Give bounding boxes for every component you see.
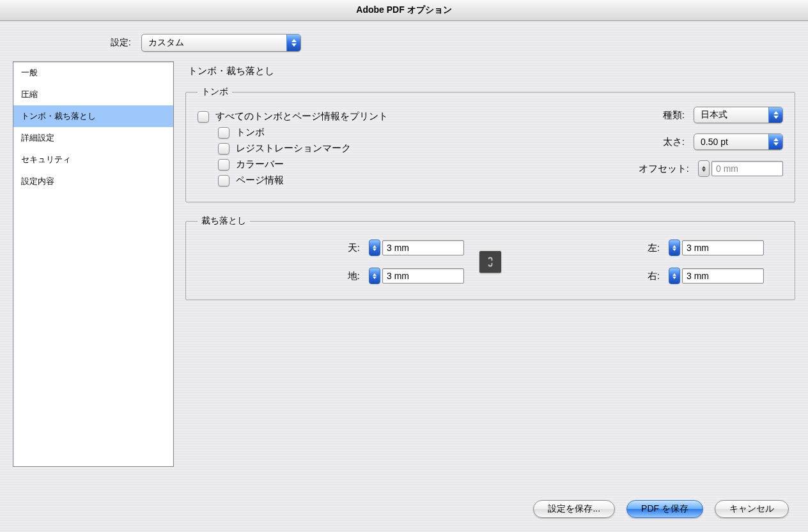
section-title: トンボ・裁ち落とし: [185, 65, 795, 77]
bleed-right-input[interactable]: [669, 268, 764, 284]
settings-preset-value: カスタム: [142, 37, 286, 49]
link-bleed-icon[interactable]: [479, 251, 501, 273]
bleed-left-label: 左:: [648, 242, 660, 254]
stepper-icon[interactable]: [369, 239, 380, 256]
color-bars-checkbox[interactable]: [218, 159, 229, 171]
bleed-top-field[interactable]: [382, 240, 464, 255]
settings-label: 設定:: [0, 37, 131, 49]
bleed-legend: 裁ち落とし: [198, 215, 250, 227]
stepper-icon[interactable]: [369, 268, 380, 284]
mark-kind-label: 種類:: [663, 109, 685, 121]
category-sidebar: 一般 圧縮 トンボ・裁ち落とし 詳細設定 セキュリティ 設定内容: [13, 61, 174, 467]
print-all-marks-checkbox[interactable]: [198, 111, 209, 123]
trim-marks-options: 種類: 日本式 太さ: 0.50 pt オフセット:: [639, 107, 783, 177]
bleed-right-field[interactable]: [682, 268, 764, 284]
bleed-left-field[interactable]: [682, 240, 764, 255]
bleed-right-label: 右:: [648, 270, 660, 282]
bleed-fieldset: 裁ち落とし 天: 左:: [185, 215, 795, 300]
dropdown-arrows-icon: [768, 107, 782, 123]
stepper-icon[interactable]: [669, 239, 680, 256]
page-info-checkbox[interactable]: [218, 175, 229, 186]
sidebar-item-marks-bleed[interactable]: トンボ・裁ち落とし: [13, 105, 173, 127]
stepper-icon[interactable]: [669, 268, 680, 284]
bleed-bottom-field[interactable]: [382, 268, 464, 284]
bleed-top-label: 天:: [348, 242, 360, 254]
trim-marks-legend: トンボ: [198, 86, 232, 98]
dropdown-arrows-icon: [286, 34, 300, 51]
bleed-top-input[interactable]: [369, 239, 464, 256]
sidebar-item-advanced[interactable]: 詳細設定: [13, 127, 173, 149]
mark-kind-select[interactable]: 日本式: [694, 107, 783, 123]
mark-offset-field[interactable]: [711, 161, 783, 176]
page-info-label: ページ情報: [236, 174, 284, 186]
bleed-bottom-label: 地:: [348, 270, 360, 282]
save-settings-button[interactable]: 設定を保存...: [533, 500, 615, 518]
bleed-left-input[interactable]: [669, 239, 764, 256]
mark-offset-input[interactable]: [698, 160, 783, 177]
mark-kind-value: 日本式: [694, 109, 768, 121]
color-bars-label: カラーバー: [236, 158, 284, 171]
save-pdf-button[interactable]: PDF を保存: [626, 500, 703, 518]
registration-marks-checkbox[interactable]: [218, 143, 229, 155]
window-titlebar: Adobe PDF オプション: [0, 0, 808, 21]
trim-marks-checkbox[interactable]: [218, 127, 229, 139]
mark-weight-label: 太さ:: [663, 136, 685, 148]
settings-preset-select[interactable]: カスタム: [141, 34, 301, 52]
dialog-footer: 設定を保存... PDF を保存 キャンセル: [533, 500, 789, 518]
mark-weight-select[interactable]: 0.50 pt: [694, 133, 783, 150]
trim-marks-fieldset: トンボ すべてのトンボとページ情報をプリント トンボ レジストレーションマーク …: [185, 86, 795, 202]
sidebar-item-security[interactable]: セキュリティ: [13, 149, 173, 171]
mark-offset-label: オフセット:: [639, 163, 689, 175]
dropdown-arrows-icon: [768, 134, 782, 149]
bleed-bottom-input[interactable]: [369, 268, 464, 284]
window-title: Adobe PDF オプション: [356, 4, 451, 16]
print-all-marks-label: すべてのトンボとページ情報をプリント: [215, 110, 388, 123]
sidebar-item-compression[interactable]: 圧縮: [13, 84, 173, 105]
registration-marks-label: レジストレーションマーク: [236, 142, 351, 155]
sidebar-item-general[interactable]: 一般: [13, 62, 173, 84]
settings-row: 設定: カスタム: [0, 21, 808, 61]
sidebar-item-summary[interactable]: 設定内容: [13, 171, 173, 192]
stepper-icon[interactable]: [698, 160, 710, 177]
trim-marks-label: トンボ: [236, 126, 265, 139]
mark-weight-value: 0.50 pt: [694, 137, 768, 147]
cancel-button[interactable]: キャンセル: [715, 500, 789, 518]
